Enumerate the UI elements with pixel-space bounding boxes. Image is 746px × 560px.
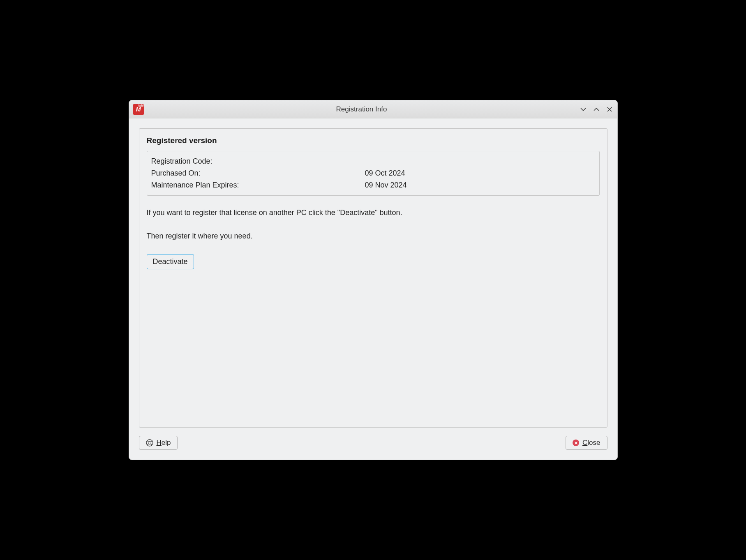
svg-line-2 [147,441,148,442]
registration-code-row: Registration Code: [151,155,595,167]
maintenance-expires-label: Maintenance Plan Expires: [151,181,365,190]
hint-text: If you want to register that license on … [147,207,600,242]
close-button-label: Close [582,439,600,447]
registration-info-dialog: PDF M Registration Info Regi [129,100,618,460]
app-icon: PDF M [133,104,144,115]
close-icon [606,106,613,113]
maintenance-expires-value: 09 Nov 2024 [365,181,595,190]
purchased-on-row: Purchased On: 09 Oct 2024 [151,167,595,179]
pdf-badge: PDF [139,104,143,106]
content-frame: Registered version Registration Code: Pu… [139,128,607,428]
window-title: Registration Info [144,105,580,113]
svg-line-3 [151,441,152,442]
help-icon [146,439,153,447]
purchased-on-label: Purchased On: [151,169,365,178]
svg-line-5 [151,444,152,445]
minimize-button[interactable] [580,106,587,113]
hint-line-1: If you want to register that license on … [147,207,600,218]
svg-line-4 [147,444,148,445]
help-button[interactable]: Help [139,436,178,450]
hint-line-2: Then register it where you need. [147,231,600,242]
svg-point-1 [148,442,151,444]
window-controls [580,106,613,113]
close-button[interactable]: Close [566,436,607,450]
chevron-up-icon [593,106,600,113]
registration-info-box: Registration Code: Purchased On: 09 Oct … [147,151,600,196]
titlebar: PDF M Registration Info [129,100,617,118]
registration-code-label: Registration Code: [151,157,365,166]
chevron-down-icon [580,106,587,113]
close-button-icon [573,440,579,446]
help-button-label: Help [157,439,171,447]
window-body: Registered version Registration Code: Pu… [129,118,617,460]
section-title: Registered version [147,136,600,145]
purchased-on-value: 09 Oct 2024 [365,169,595,178]
maintenance-expires-row: Maintenance Plan Expires: 09 Nov 2024 [151,179,595,191]
close-window-button[interactable] [606,106,613,113]
deactivate-button[interactable]: Deactivate [147,254,194,269]
maximize-button[interactable] [593,106,600,113]
svg-point-0 [146,440,153,446]
dialog-footer: Help Close [139,428,607,450]
registration-code-value [365,157,595,166]
